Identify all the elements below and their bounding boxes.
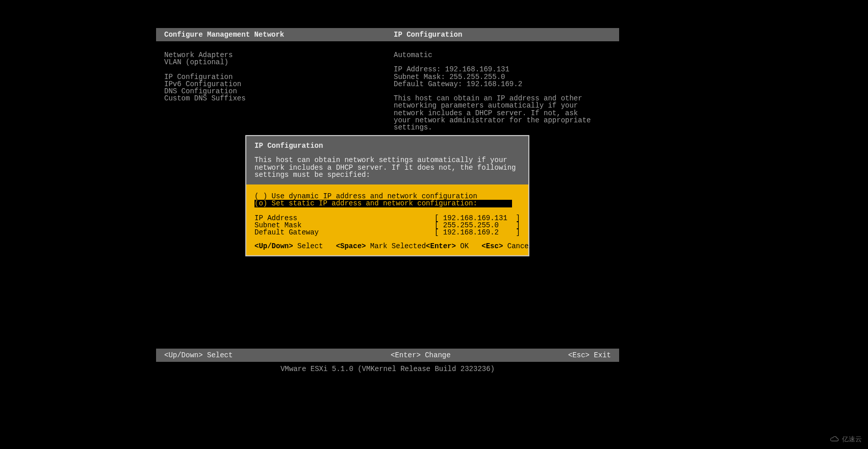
dialog-spacer xyxy=(254,207,520,215)
header-title-left: Configure Management Network xyxy=(164,31,394,39)
detail-mask: Subnet Mask: 255.255.255.0 xyxy=(394,73,611,81)
menu-item-ipv6-configuration[interactable]: IPv6 Configuration xyxy=(164,81,394,88)
watermark-text: 亿速云 xyxy=(842,435,862,444)
field-ip-address[interactable]: IP Address [ 192.168.169.131 ] xyxy=(254,215,520,222)
field-subnet-mask[interactable]: Subnet Mask [ 255.255.255.0 ] xyxy=(254,222,520,229)
hint-esc-key: <Esc> xyxy=(481,242,503,250)
detail-description: This host can obtain an IP address and o… xyxy=(394,95,598,131)
option-static-ip[interactable]: (o) Set static IP address and network co… xyxy=(254,200,512,207)
hint-esc-text: Cancel xyxy=(503,242,533,250)
field-ip-label: IP Address xyxy=(254,215,435,222)
field-ip-value[interactable]: [ 192.168.169.131 ] xyxy=(435,215,520,222)
menu-item-dns-configuration[interactable]: DNS Configuration xyxy=(164,88,394,95)
detail-spacer2 xyxy=(394,88,611,95)
field-gw-value[interactable]: [ 192.168.169.2 ] xyxy=(435,229,520,236)
footer-hint-updown: <Up/Down> Select xyxy=(164,351,233,359)
hint-enter-text: OK xyxy=(456,242,481,250)
dialog-description: This host can obtain network settings au… xyxy=(254,156,520,178)
footer-hint-enter: <Enter> Change xyxy=(391,351,451,359)
header-bar: Configure Management Network IP Configur… xyxy=(156,28,619,41)
watermark: 亿速云 xyxy=(829,435,862,444)
menu-item-ip-configuration[interactable]: IP Configuration xyxy=(164,73,394,81)
hint-space-key: <Space> xyxy=(336,242,366,250)
detail-gateway: Default Gateway: 192.168.169.2 xyxy=(394,81,611,88)
field-mask-value[interactable]: [ 255.255.255.0 ] xyxy=(435,222,520,229)
detail-panel: Automatic IP Address: 192.168.169.131 Su… xyxy=(394,51,611,131)
dialog-header: IP Configuration This host can obtain ne… xyxy=(246,136,528,184)
body-area: Network Adapters VLAN (optional) IP Conf… xyxy=(156,41,619,131)
hint-enter-key: <Enter> xyxy=(426,242,456,250)
menu-item-vlan[interactable]: VLAN (optional) xyxy=(164,59,394,66)
version-line: VMware ESXi 5.1.0 (VMKernel Release Buil… xyxy=(156,365,619,373)
ip-configuration-dialog: IP Configuration This host can obtain ne… xyxy=(245,135,529,256)
field-default-gateway[interactable]: Default Gateway [ 192.168.169.2 ] xyxy=(254,229,520,236)
footer-bar: <Up/Down> Select <Enter> Change <Esc> Ex… xyxy=(156,349,619,362)
option-dynamic-ip[interactable]: ( ) Use dynamic IP address and network c… xyxy=(254,193,520,200)
dialog-title: IP Configuration xyxy=(254,142,520,149)
hint-space-text: Mark Selected xyxy=(366,242,426,250)
dialog-body: ( ) Use dynamic IP address and network c… xyxy=(246,184,528,239)
dialog-footer: <Up/Down> Select <Space> Mark Selected <… xyxy=(246,239,528,255)
cloud-icon xyxy=(829,435,840,444)
field-mask-label: Subnet Mask xyxy=(254,222,435,229)
header-title-right: IP Configuration xyxy=(394,31,611,39)
menu-item-custom-dns-suffixes[interactable]: Custom DNS Suffixes xyxy=(164,95,394,102)
menu-spacer xyxy=(164,66,394,73)
detail-mode: Automatic xyxy=(394,51,611,59)
menu-list[interactable]: Network Adapters VLAN (optional) IP Conf… xyxy=(164,51,394,131)
footer-hint-esc: <Esc> Exit xyxy=(568,351,611,359)
detail-spacer1 xyxy=(394,59,611,66)
menu-item-network-adapters[interactable]: Network Adapters xyxy=(164,51,394,59)
field-gw-label: Default Gateway xyxy=(254,229,435,236)
detail-ip: IP Address: 192.168.169.131 xyxy=(394,66,611,73)
hint-updown-text: Select xyxy=(293,242,336,250)
hint-updown-key: <Up/Down> xyxy=(254,242,293,250)
